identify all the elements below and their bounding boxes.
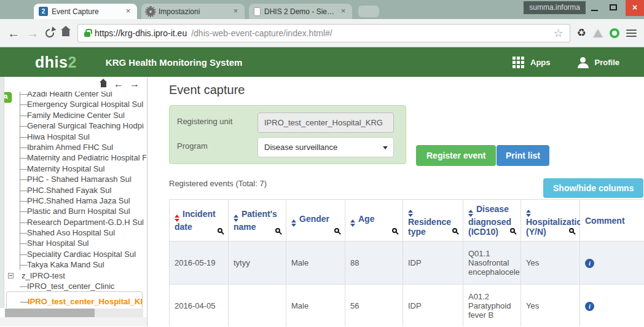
profile-menu[interactable]: Profile: [578, 57, 619, 68]
sort-icon[interactable]: [526, 210, 531, 217]
org-unit-tree-item[interactable]: IPRO_test_center_Hospital_KRG: [6, 291, 143, 308]
tab-close-icon[interactable]: [232, 7, 240, 15]
collapse-icon[interactable]: [8, 273, 14, 278]
table-cell: A01.2 Paratyphoid fever B: [463, 285, 521, 327]
close-button[interactable]: [626, 0, 644, 16]
search-icon[interactable]: [510, 228, 515, 233]
sidebar-home-icon[interactable]: [100, 82, 108, 89]
browser-toolbar: https://krg-dhis.ipro-it.eu /dhis-web-ev…: [0, 19, 644, 47]
apps-menu[interactable]: Apps: [512, 57, 551, 68]
register-event-button[interactable]: Register event: [416, 145, 496, 166]
org-unit-tree-item[interactable]: Speciality Cardiac Hospital Sul: [6, 249, 146, 259]
address-bar[interactable]: https://krg-dhis.ipro-it.eu /dhis-web-ev…: [77, 24, 570, 42]
org-unit-tree-item[interactable]: PHC - Shahed Hamarash Sul: [6, 174, 146, 184]
column-header[interactable]: Patient's name: [229, 200, 286, 242]
column-header[interactable]: Age: [345, 200, 403, 242]
sort-icon[interactable]: [468, 210, 473, 217]
org-unit-tree-item[interactable]: Maternity and Pediatric Hospital F: [6, 152, 146, 163]
org-unit-tree-item[interactable]: Research Department-G.D.H Sul: [6, 217, 146, 227]
org-unit-tree-item[interactable]: Family Medicine Center Sul: [6, 110, 146, 120]
info-icon[interactable]: [585, 302, 594, 311]
table-cell: Yes: [521, 242, 580, 285]
org-unit-tree-item[interactable]: PHC.Shahed Fayak Sul: [6, 185, 146, 195]
org-unit-tree-item[interactable]: PHC.Shahed Hama Jaza Sul: [6, 195, 146, 206]
comment-cell: [580, 285, 644, 327]
minimize-button[interactable]: [586, 0, 603, 15]
column-header[interactable]: Gender: [286, 200, 345, 242]
org-unit-tree-item[interactable]: z_IPRO-test: [6, 270, 146, 281]
org-unit-tree-item[interactable]: General Surgical Teaching Hodpi: [6, 120, 146, 131]
show-hide-columns-button[interactable]: Show/hide columns: [543, 178, 643, 198]
org-unit-tree-item[interactable]: Plastic and Burn Hospital Sul: [6, 206, 146, 216]
forward-arrow-icon[interactable]: [26, 27, 39, 39]
org-unit-label: Takya Kaka Mand Sul: [27, 260, 104, 269]
sort-icon[interactable]: [234, 215, 238, 222]
column-header[interactable]: Residence type: [403, 200, 463, 242]
org-unit-tree-item[interactable]: Ibrahim Ahmed FHC Sul: [6, 142, 146, 152]
sort-icon[interactable]: [408, 210, 413, 217]
sidebar-back-arrow-icon[interactable]: [114, 79, 124, 89]
events-table: Incident datePatient's nameGenderAgeResi…: [169, 199, 644, 326]
info-icon[interactable]: [585, 259, 594, 268]
recycle-extension-icon[interactable]: [577, 28, 586, 38]
column-header[interactable]: Disease diagnosed (ICD10): [463, 200, 521, 242]
search-icon[interactable]: [334, 228, 339, 233]
home-icon[interactable]: [61, 30, 71, 39]
sidebar-forward-arrow-icon[interactable]: [130, 79, 139, 89]
drive-triangle-icon[interactable]: [593, 29, 603, 37]
program-select[interactable]: Disease surveillance: [257, 137, 394, 157]
org-unit-tree-item[interactable]: Hiwa Hospital Sul: [6, 132, 146, 142]
search-icon[interactable]: [392, 228, 397, 233]
column-label: Patient's name: [234, 209, 277, 232]
maximize-button[interactable]: [605, 0, 622, 15]
org-unit-tree-item[interactable]: Maternity Hospital Sul: [6, 164, 146, 174]
search-icon[interactable]: [275, 228, 280, 233]
search-icon[interactable]: [218, 228, 222, 233]
green-circle-extension-icon[interactable]: [610, 28, 619, 38]
tab-title: DHIS 2 Demo - Sierra Leo: [264, 7, 337, 16]
reload-icon[interactable]: [45, 29, 54, 37]
table-cell: IDP: [403, 285, 463, 327]
table-row[interactable]: 2016-04-05Male56IDPA01.2 Paratyphoid fev…: [170, 285, 644, 327]
tab-close-icon[interactable]: [124, 7, 132, 15]
org-unit-label: Family Medicine Center Sul: [27, 111, 125, 120]
org-unit-tree-item[interactable]: Emergency Surgical Hospital Sul: [6, 99, 146, 109]
print-list-button[interactable]: Print list: [497, 145, 549, 166]
bookmark-star-icon[interactable]: [554, 28, 564, 39]
sidebar-vertical-scrollbar[interactable]: [0, 77, 4, 308]
org-unit-tree-item[interactable]: IPRO_test_center_Clinic: [6, 281, 146, 291]
column-header[interactable]: Hospitalization (Y/N): [521, 200, 580, 242]
org-unit-label: PHC - Shahed Hamarash Sul: [27, 175, 132, 184]
column-label: Disease diagnosed (ICD10): [468, 204, 511, 237]
browser-tab[interactable]: Impostazioni: [141, 4, 245, 19]
new-tab-button[interactable]: [358, 6, 379, 17]
sidebar-horizontal-scrollbar[interactable]: [5, 309, 143, 317]
table-cell: IDP: [403, 242, 463, 285]
sort-icon[interactable]: [350, 219, 355, 227]
table-row[interactable]: 2016-05-19tytyyMale88IDPQ01.1 Nasofronta…: [170, 242, 644, 285]
org-unit-sidebar: Azadi Health Center Sul Emergency Surgic…: [0, 77, 147, 326]
org-unit-tree-item[interactable]: Takya Kaka Mand Sul: [6, 259, 146, 270]
org-unit-tree-item[interactable]: Shahed Aso Hospital Sul: [6, 227, 146, 238]
sort-icon[interactable]: [291, 219, 296, 227]
app-title: KRG Health Monitoring System: [106, 57, 243, 68]
org-unit-tree-item[interactable]: Azadi Health Center Sul: [6, 92, 146, 99]
search-icon[interactable]: [452, 228, 457, 233]
sort-icon[interactable]: [175, 215, 179, 222]
table-cell: 2016-05-19: [170, 242, 229, 285]
column-label: Incident date: [175, 209, 216, 232]
browser-tab[interactable]: 2 Event Capture: [34, 4, 137, 19]
table-cell: Male: [286, 242, 345, 285]
registering-unit-input[interactable]: [257, 112, 394, 133]
column-header[interactable]: Incident date: [170, 200, 229, 242]
maximize-icon: [610, 4, 617, 10]
dhis2-logo[interactable]: dhis2: [35, 53, 77, 71]
scrollbar-thumb[interactable]: [5, 309, 95, 317]
search-icon[interactable]: [569, 228, 574, 233]
menu-icon[interactable]: [626, 30, 637, 37]
tab-close-icon[interactable]: [339, 7, 347, 15]
org-unit-tree-item[interactable]: Shar Hospital Sul: [6, 238, 146, 248]
back-arrow-icon[interactable]: [7, 27, 20, 39]
browser-tab[interactable]: DHIS 2 Demo - Sierra Leo: [249, 4, 352, 19]
gear-icon: [146, 7, 155, 16]
